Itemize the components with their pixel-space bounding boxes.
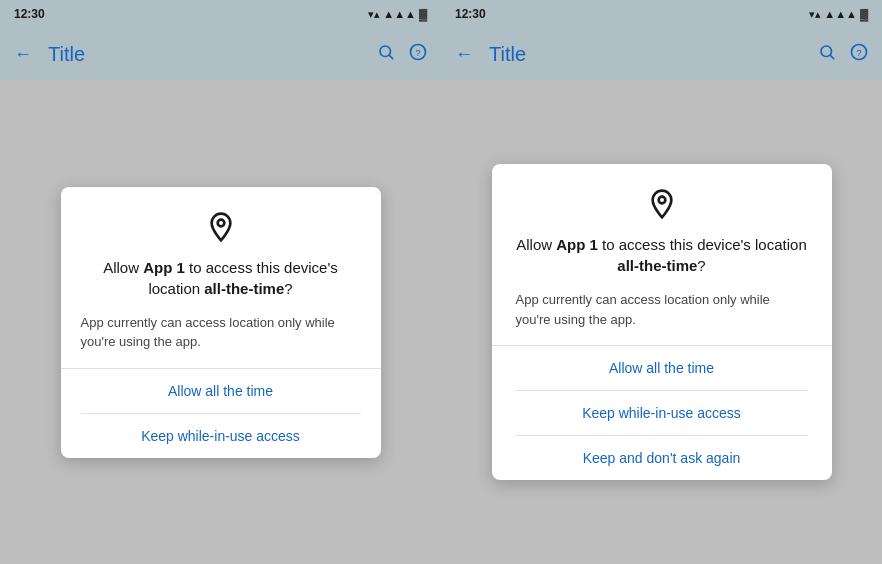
- location-pin-icon-left: [205, 211, 237, 243]
- app-bar-icons-left: ?: [377, 43, 427, 66]
- dialog-title-app-left: App 1: [143, 259, 185, 276]
- keep-while-in-use-button-right[interactable]: Keep while-in-use access: [516, 391, 808, 436]
- content-area-right: Allow App 1 to access this device's loca…: [441, 80, 882, 564]
- status-time-left: 12:30: [14, 7, 45, 21]
- phone-left: 12:30 ▾▴ ▲▲▲ ▓ ← Title ?: [0, 0, 441, 564]
- svg-point-4: [217, 219, 224, 226]
- dialog-title-left: Allow App 1 to access this device's loca…: [81, 257, 361, 299]
- battery-icon-left: ▓: [419, 8, 427, 20]
- status-icons-right: ▾▴ ▲▲▲ ▓: [809, 8, 868, 21]
- phone-right: 12:30 ▾▴ ▲▲▲ ▓ ← Title ?: [441, 0, 882, 564]
- search-icon-right[interactable]: [818, 43, 836, 66]
- svg-line-6: [830, 55, 833, 58]
- dialog-icon-area-right: [516, 188, 808, 220]
- status-bar-left: 12:30 ▾▴ ▲▲▲ ▓: [0, 0, 441, 28]
- wifi-icon-right: ▾▴: [809, 8, 821, 21]
- status-icons-left: ▾▴ ▲▲▲ ▓: [368, 8, 427, 21]
- location-pin-icon-right: [646, 188, 678, 220]
- search-icon-left[interactable]: [377, 43, 395, 66]
- back-button-right[interactable]: ←: [455, 44, 473, 65]
- back-button-left[interactable]: ←: [14, 44, 32, 65]
- signal-icon-left: ▲▲▲: [383, 8, 416, 20]
- dialog-right: Allow App 1 to access this device's loca…: [492, 164, 832, 480]
- keep-while-in-use-button-left[interactable]: Keep while-in-use access: [81, 414, 361, 458]
- help-icon-left[interactable]: ?: [409, 43, 427, 66]
- status-bar-right: 12:30 ▾▴ ▲▲▲ ▓: [441, 0, 882, 28]
- app-bar-right: ← Title ?: [441, 28, 882, 80]
- app-bar-left: ← Title ?: [0, 28, 441, 80]
- battery-icon-right: ▓: [860, 8, 868, 20]
- dialog-title-right: Allow App 1 to access this device's loca…: [516, 234, 808, 276]
- allow-all-time-button-left[interactable]: Allow all the time: [81, 369, 361, 414]
- dialog-icon-area-left: [81, 211, 361, 243]
- dialog-body-left: App currently can access location only w…: [81, 313, 361, 352]
- allow-all-time-button-right[interactable]: Allow all the time: [516, 346, 808, 391]
- svg-line-1: [389, 55, 392, 58]
- dialog-body-right: App currently can access location only w…: [516, 290, 808, 329]
- dialog-title-app-right: App 1: [556, 236, 598, 253]
- svg-text:?: ?: [856, 46, 862, 57]
- svg-point-9: [658, 197, 665, 204]
- svg-text:?: ?: [415, 46, 421, 57]
- app-bar-title-right: Title: [489, 43, 802, 66]
- dialog-title-alltime-right: all-the-time: [617, 257, 697, 274]
- wifi-icon-left: ▾▴: [368, 8, 380, 21]
- status-time-right: 12:30: [455, 7, 486, 21]
- dialog-buttons-right: Allow all the time Keep while-in-use acc…: [492, 345, 832, 480]
- content-area-left: Allow App 1 to access this device's loca…: [0, 80, 441, 564]
- app-bar-icons-right: ?: [818, 43, 868, 66]
- dialog-left: Allow App 1 to access this device's loca…: [61, 187, 381, 458]
- signal-icon-right: ▲▲▲: [824, 8, 857, 20]
- keep-dont-ask-button-right[interactable]: Keep and don't ask again: [516, 436, 808, 480]
- dialog-title-alltime-left: all-the-time: [204, 280, 284, 297]
- app-bar-title-left: Title: [48, 43, 361, 66]
- help-icon-right[interactable]: ?: [850, 43, 868, 66]
